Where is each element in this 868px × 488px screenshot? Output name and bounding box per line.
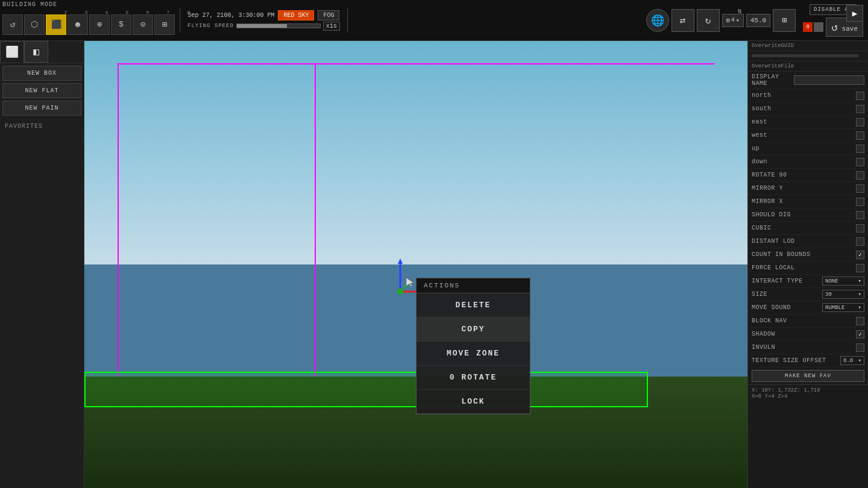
count-in-bounds-row: COUNT IN BOUNDS xyxy=(748,248,868,261)
box-tool-btn[interactable]: ⬛ xyxy=(46,14,66,35)
overwrite-file-label: OverwriteFile xyxy=(748,61,868,72)
refresh-btn[interactable]: ↻ xyxy=(697,9,720,32)
new-pain-btn[interactable]: NEW PAIN xyxy=(2,101,81,116)
shadow-row: SHADOW xyxy=(748,328,868,341)
invuln-row: INVULN xyxy=(748,341,868,354)
up-checkbox[interactable] xyxy=(856,145,864,153)
shadow-checkbox[interactable] xyxy=(856,330,864,339)
toolbar-numbers: 2 3 4 5 6 7 8 xyxy=(55,10,199,15)
cubic-checkbox[interactable] xyxy=(856,224,864,233)
size-label: SIZE xyxy=(752,291,767,298)
datetime-text: Sep 27, 2100, 3:30:00 PM xyxy=(187,12,274,19)
layout-btn[interactable]: ⊞ xyxy=(773,9,796,32)
right-tool-group: ▶ N 🌐 ⇄ ↻ ⊞ 4 ▾ 45.0 ⊞ DISABLE AI 0 ↺ xyxy=(646,4,868,37)
vehicle-tool-btn[interactable]: ⊕ xyxy=(89,14,110,35)
right-panel: OverwriteGUID 00000000000000000000000000… xyxy=(747,41,868,488)
context-menu-move-zone[interactable]: MOVE ZONE xyxy=(417,342,530,366)
binoculars-tool-btn[interactable]: ⊙ xyxy=(133,14,153,35)
make-new-fav-btn[interactable]: MAKE NEW FAV xyxy=(752,370,864,382)
east-label: east xyxy=(752,119,767,125)
up-label: up xyxy=(752,145,760,152)
datetime-area: Sep 27, 2100, 3:30:00 PM RED SKY FOG FLY… xyxy=(183,10,345,31)
speed-track[interactable] xyxy=(236,23,321,28)
building-mode-label: BUILDING MODE xyxy=(2,1,57,8)
save-dot-red: 0 xyxy=(803,22,813,32)
size-dropdown[interactable]: 30 ▾ xyxy=(822,290,864,299)
north-label: north xyxy=(752,92,772,99)
rotate90-checkbox[interactable] xyxy=(856,171,864,180)
size-value: 30 xyxy=(825,292,832,298)
up-row: up xyxy=(748,142,868,155)
block-nav-row: BLOCK NAV xyxy=(748,314,868,328)
force-local-row: FORCE LOCAL xyxy=(748,261,868,275)
move-sound-value: RUMBLE xyxy=(825,305,844,311)
display-name-input[interactable] xyxy=(794,75,864,85)
mirror-x-row: MIRROR X xyxy=(748,195,868,208)
west-label: west xyxy=(752,132,767,139)
interact-type-row: INTERACT TYPE NONE ▾ xyxy=(748,275,868,288)
angle-btn[interactable]: 45.0 xyxy=(746,14,770,27)
context-menu-delete[interactable]: DELETE xyxy=(417,293,530,318)
block-nav-label: BLOCK NAV xyxy=(752,318,787,324)
invuln-checkbox[interactable] xyxy=(856,343,864,352)
context-menu-copy[interactable]: COPY xyxy=(417,318,530,342)
move-sound-dropdown[interactable]: RUMBLE ▾ xyxy=(822,303,864,312)
n-indicator: N xyxy=(738,8,741,15)
dollar-tool-btn[interactable]: $ xyxy=(111,14,131,35)
mirror-x-label: MIRROR X xyxy=(752,198,783,205)
down-row: down xyxy=(748,155,868,169)
save-icon: ↺ xyxy=(831,22,838,34)
down-checkbox[interactable] xyxy=(856,158,864,166)
speed-bar-area: FLYING SPEED x1s xyxy=(187,22,340,31)
play-btn[interactable]: ▶ xyxy=(846,5,863,22)
context-menu-header: ACTIONS xyxy=(417,278,530,293)
north-row: north xyxy=(748,89,868,102)
selection-top xyxy=(118,63,714,64)
block-nav-checkbox[interactable] xyxy=(856,317,864,325)
texture-size-row: TEXTURE SIZE OFFSET 0.0 ▾ xyxy=(748,354,868,368)
tab-box[interactable]: ⬜ xyxy=(0,41,24,63)
shadow-label: SHADOW xyxy=(752,331,775,337)
left-tool-group: ↺ ⬡ ⬛ ☻ ⊕ $ ⊙ ⊞ xyxy=(0,14,177,35)
size-row: SIZE 30 ▾ xyxy=(748,288,868,301)
viewport[interactable]: ACTIONS DELETE COPY MOVE ZONE 0 ROTATE L… xyxy=(84,41,747,488)
divider-2 xyxy=(347,8,348,33)
should-dig-label: SHOULD DIG xyxy=(752,211,791,218)
layers-tool-btn[interactable]: ⊞ xyxy=(154,14,175,35)
transfer-btn[interactable]: ⇄ xyxy=(671,9,694,32)
texture-size-dropdown[interactable]: 0.0 ▾ xyxy=(840,356,864,365)
mirror-y-checkbox[interactable] xyxy=(856,184,864,193)
count-in-bounds-label: COUNT IN BOUNDS xyxy=(752,251,811,258)
person-tool-btn[interactable]: ☻ xyxy=(68,14,88,35)
globe-btn[interactable]: 🌐 xyxy=(646,9,669,32)
mirror-x-checkbox[interactable] xyxy=(856,198,864,206)
east-checkbox[interactable] xyxy=(856,118,864,127)
display-name-label: DISPLAY NAME xyxy=(752,74,794,87)
mirror-y-row: MIRROR Y xyxy=(748,182,868,195)
interact-type-dropdown[interactable]: NONE ▾ xyxy=(822,277,864,286)
force-local-checkbox[interactable] xyxy=(856,264,864,272)
interact-type-label: INTERACT TYPE xyxy=(752,278,803,284)
north-checkbox[interactable] xyxy=(856,92,864,100)
cubic-label: CUBIC xyxy=(752,225,772,231)
terrain-tool-btn[interactable]: ⬡ xyxy=(24,14,45,35)
new-flat-btn[interactable]: NEW FLAT xyxy=(2,83,81,98)
count-in-bounds-checkbox[interactable] xyxy=(856,251,864,259)
selection-left xyxy=(118,63,119,399)
should-dig-checkbox[interactable] xyxy=(856,211,864,219)
distant-lod-checkbox[interactable] xyxy=(856,237,864,246)
grid-count-btn[interactable]: ⊞ 4 ▾ xyxy=(722,14,744,27)
south-label: south xyxy=(752,105,772,112)
context-menu-lock[interactable]: LOCK xyxy=(417,390,530,414)
new-box-btn[interactable]: NEW BOX xyxy=(2,66,81,81)
rotate-tool-btn[interactable]: ↺ xyxy=(2,14,23,35)
red-sky-btn[interactable]: RED SKY xyxy=(278,10,314,20)
fog-btn[interactable]: FOG xyxy=(318,10,339,20)
angle-value: 45.0 xyxy=(750,17,766,24)
context-menu-rotate[interactable]: 0 ROTATE xyxy=(417,366,530,390)
west-checkbox[interactable] xyxy=(856,131,864,140)
flying-speed-label: FLYING SPEED xyxy=(187,23,234,29)
speed-multiplier: x1s xyxy=(323,22,340,31)
south-checkbox[interactable] xyxy=(856,105,864,113)
tab-cube[interactable]: ◧ xyxy=(24,41,48,63)
